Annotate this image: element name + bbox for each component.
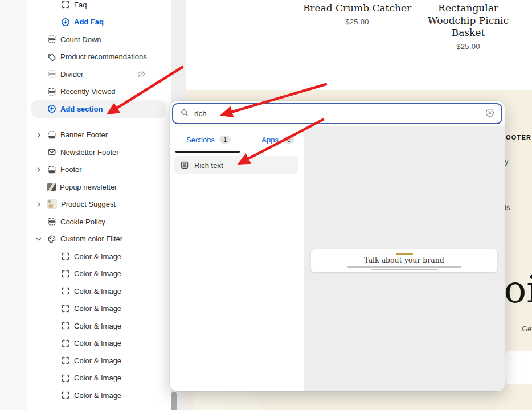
newsletter-input-preview — [505, 351, 532, 384]
block-icon — [61, 252, 70, 261]
product-grid-preview: Bread Crumb Catcher$25.00Rectangular Woo… — [186, 0, 532, 90]
product-price: $25.00 — [425, 42, 511, 51]
sidebar-item-label: Color & Image — [74, 339, 121, 347]
search-results-panel: Sections1Apps0 Rich text — [170, 126, 304, 391]
section-icon — [47, 217, 56, 226]
sidebar-item-color-and-image[interactable]: Color & Image — [27, 300, 171, 318]
block-icon — [61, 356, 70, 365]
sidebar-item-label: Cookie Policy — [60, 218, 105, 226]
sidebar-item-popup-newsletter[interactable]: Popup newsletter — [27, 178, 171, 196]
sidebar-item-recently-viewed[interactable]: Recently Viewed — [27, 83, 171, 101]
sidebar-item-footer[interactable]: Footer — [27, 161, 171, 179]
palette-icon — [47, 235, 56, 244]
product-card: Bread Crumb Catcher$25.00 — [300, 2, 414, 26]
add-section-popup: rich Sections1Apps0 Rich text Talk about… — [170, 101, 505, 391]
sidebar-item-label: Divider — [60, 70, 83, 79]
tag-icon — [47, 52, 56, 62]
search-icon — [180, 108, 189, 120]
sidebar-item-color-and-image[interactable]: Color & Image — [27, 352, 171, 370]
sidebar-item-label: Color & Image — [74, 322, 121, 330]
tab-count-badge: 1 — [219, 136, 231, 144]
sidebar-item-color-and-image[interactable]: Color & Image — [27, 282, 171, 300]
product-price: $25.00 — [300, 18, 414, 26]
sidebar-divider — [27, 118, 171, 126]
sidebar-item-label: Color & Image — [74, 252, 121, 261]
footer-icon — [47, 130, 56, 140]
result-label: Rich text — [194, 161, 223, 170]
sidebar-item-cookie-policy[interactable]: Cookie Policy — [27, 213, 171, 231]
rich-text-preview-card: Talk about your brand — [311, 249, 497, 272]
block-icon — [61, 286, 70, 296]
sidebar-item-label: Color & Image — [74, 391, 121, 400]
footer-link-fragment: y — [505, 157, 509, 166]
sidebar-item-custom-color-filter[interactable]: Custom color Filter — [27, 231, 171, 248]
image-thumbnail-icon — [47, 199, 57, 209]
eye-slash-icon[interactable] — [137, 69, 146, 79]
sidebar-item-add-section[interactable]: Add section — [31, 100, 166, 118]
sidebar-item-label: Footer — [60, 165, 82, 174]
sidebar-scrollbar-thumb[interactable] — [171, 392, 177, 410]
tab-label: Sections — [186, 136, 215, 144]
sidebar-item-label: Recently Viewed — [60, 87, 116, 96]
product-title: Bread Crumb Catcher — [300, 2, 414, 15]
sidebar-item-faq[interactable]: Faq — [27, 0, 171, 14]
sidebar-item-color-and-image[interactable]: Color & Image — [27, 370, 171, 387]
preview-paragraph-line — [347, 266, 461, 268]
search-result-rich-text[interactable]: Rich text — [174, 156, 298, 174]
footer-heading-fragment: OOTER — [506, 134, 531, 141]
sidebar-item-label: Add Faq — [74, 18, 104, 26]
sidebar-item-count-down[interactable]: Count Down — [27, 31, 171, 48]
sidebar-item-label: Custom color Filter — [60, 235, 122, 243]
search-results-list: Rich text — [170, 156, 304, 174]
sidebar-item-color-and-image[interactable]: Color & Image — [27, 248, 171, 265]
sidebar-item-newsletter-footer[interactable]: Newsletter Footer — [27, 144, 171, 161]
newsletter-subtext-fragment: Get — [522, 325, 532, 333]
envelope-icon — [47, 147, 56, 157]
sidebar-item-product-suggest[interactable]: Product Suggest — [27, 196, 171, 214]
tab-count-badge: 0 — [283, 136, 294, 144]
image-thumbnail-icon — [47, 183, 56, 191]
section-preview-pane: Talk about your brand — [304, 126, 505, 391]
chevron-right-icon[interactable] — [35, 201, 47, 208]
sidebar-item-label: Popup newsletter — [60, 183, 117, 191]
block-icon — [61, 391, 70, 400]
sidebar-item-label: Color & Image — [74, 304, 121, 313]
sidebar-item-label: Banner Footer — [60, 130, 108, 139]
footer-icon — [47, 165, 56, 174]
clear-search-icon[interactable] — [485, 108, 494, 120]
preview-paragraph-line — [371, 269, 438, 271]
sidebar-item-color-and-image[interactable]: Color & Image — [27, 265, 171, 283]
sidebar-item-label: Faq — [74, 1, 87, 9]
sections-sidebar: FaqAdd FaqCount DownProduct recommendati… — [27, 0, 171, 410]
sidebar-item-color-and-image[interactable]: Color & Image — [27, 317, 171, 335]
sidebar-item-label: Color & Image — [74, 269, 121, 278]
popup-tabs: Sections1Apps0 — [170, 126, 304, 153]
sidebar-item-label: Color & Image — [74, 287, 121, 296]
section-icon — [47, 69, 56, 79]
sidebar-item-label: Color & Image — [74, 374, 121, 382]
sidebar-item-color-and-image[interactable]: Color & Image — [27, 387, 171, 404]
popup-body: Sections1Apps0 Rich text Talk about your… — [170, 126, 505, 391]
section-icon — [47, 87, 56, 96]
circle-plus-icon — [61, 18, 70, 27]
preview-heading: Talk about your brand — [311, 256, 497, 264]
sidebar-item-color-and-image[interactable]: Color & Image — [27, 335, 171, 352]
block-icon — [61, 0, 70, 9]
sidebar-item-divider[interactable]: Divider — [27, 65, 171, 83]
popup-search-area: rich — [170, 101, 505, 126]
footer-link-fragment: ls — [505, 203, 510, 212]
chevron-down-icon[interactable] — [35, 236, 47, 243]
block-icon — [61, 304, 70, 313]
sidebar-item-add-faq[interactable]: Add Faq — [27, 14, 171, 31]
section-search-input[interactable]: rich — [172, 103, 502, 124]
preview-eyebrow-caption — [396, 253, 413, 255]
tab-sections[interactable]: Sections1 — [186, 126, 231, 153]
sidebar-item-product-recommendations[interactable]: Product recommendations — [27, 48, 171, 66]
chevron-right-icon[interactable] — [35, 132, 47, 138]
chevron-right-icon[interactable] — [35, 166, 47, 173]
sidebar-item-banner-footer[interactable]: Banner Footer — [27, 126, 171, 144]
block-icon — [61, 374, 70, 383]
block-icon — [61, 269, 70, 278]
tab-apps[interactable]: Apps0 — [261, 126, 294, 153]
sidebar-item-label: Product recommendations — [60, 52, 147, 61]
